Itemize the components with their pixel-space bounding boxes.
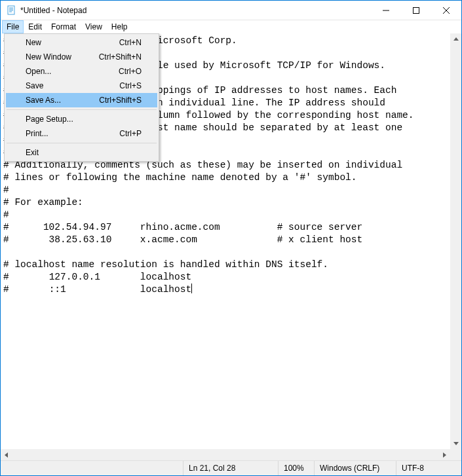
- menu-format[interactable]: Format: [47, 20, 81, 33]
- menu-label: Format: [51, 22, 76, 31]
- file-menu-dropdown: New Ctrl+N New Window Ctrl+Shift+N Open.…: [4, 33, 159, 162]
- file-menu-page-setup[interactable]: Page Setup...: [6, 112, 157, 126]
- menu-bar: File Edit Format View Help: [1, 20, 461, 33]
- file-menu-exit[interactable]: Exit: [6, 145, 157, 160]
- chevron-right-icon: [443, 452, 446, 458]
- menu-file[interactable]: File: [2, 20, 24, 33]
- scroll-up-button[interactable]: [450, 33, 461, 45]
- menu-item-label: Print...: [26, 129, 119, 138]
- status-bar: Ln 21, Col 28 100% Windows (CRLF) UTF-8: [1, 460, 461, 475]
- horizontal-scrollbar[interactable]: [1, 449, 450, 460]
- notepad-icon: [6, 5, 16, 16]
- close-button[interactable]: [431, 1, 461, 20]
- vertical-scrollbar[interactable]: [450, 33, 461, 449]
- menu-item-shortcut: Ctrl+N: [119, 38, 142, 47]
- status-zoom: 100%: [278, 461, 314, 475]
- status-cursor-position: Ln 21, Col 28: [183, 461, 278, 475]
- chevron-up-icon: [453, 37, 459, 41]
- menu-separator: [7, 109, 157, 110]
- minimize-button[interactable]: [371, 1, 401, 20]
- menu-item-label: Exit: [26, 148, 142, 157]
- file-menu-open[interactable]: Open... Ctrl+O: [6, 64, 157, 79]
- status-encoding: UTF-8: [396, 461, 461, 475]
- menu-item-shortcut: Ctrl+Shift+S: [99, 96, 142, 105]
- chevron-left-icon: [5, 452, 8, 458]
- menu-help[interactable]: Help: [107, 20, 132, 33]
- menu-item-label: New Window: [26, 52, 99, 62]
- menu-separator: [7, 143, 157, 143]
- status-line-ending: Windows (CRLF): [314, 461, 396, 475]
- scroll-right-button[interactable]: [439, 449, 450, 460]
- notepad-window: *Untitled - Notepad File Edit Format Vie…: [0, 0, 462, 476]
- menu-item-shortcut: Ctrl+Shift+N: [99, 52, 142, 62]
- menu-edit[interactable]: Edit: [24, 20, 47, 33]
- title-bar: *Untitled - Notepad: [1, 1, 461, 20]
- file-menu-print[interactable]: Print... Ctrl+P: [6, 126, 157, 141]
- menu-item-shortcut: Ctrl+O: [119, 67, 142, 76]
- menu-label: File: [7, 22, 19, 31]
- maximize-button[interactable]: [401, 1, 431, 20]
- file-menu-new[interactable]: New Ctrl+N: [6, 35, 157, 50]
- file-menu-save-as[interactable]: Save As... Ctrl+Shift+S: [6, 93, 157, 107]
- menu-label: Edit: [28, 22, 42, 31]
- scroll-down-button[interactable]: [450, 438, 461, 449]
- menu-item-label: Open...: [26, 67, 119, 76]
- menu-label: View: [85, 22, 102, 31]
- svg-rect-6: [414, 7, 419, 13]
- menu-label: Help: [111, 22, 128, 31]
- menu-item-label: New: [26, 38, 119, 47]
- file-menu-new-window[interactable]: New Window Ctrl+Shift+N: [6, 50, 157, 64]
- file-menu-save[interactable]: Save Ctrl+S: [6, 79, 157, 93]
- menu-item-label: Page Setup...: [26, 115, 142, 124]
- menu-item-shortcut: Ctrl+P: [119, 129, 142, 138]
- window-title: *Untitled - Notepad: [20, 6, 87, 15]
- chevron-down-icon: [453, 442, 459, 445]
- scroll-corner: [450, 449, 461, 460]
- menu-item-label: Save: [26, 81, 119, 90]
- menu-item-label: Save As...: [26, 96, 99, 105]
- text-caret: [191, 284, 192, 293]
- scroll-left-button[interactable]: [1, 449, 12, 460]
- menu-view[interactable]: View: [81, 20, 107, 33]
- menu-item-shortcut: Ctrl+S: [119, 81, 142, 90]
